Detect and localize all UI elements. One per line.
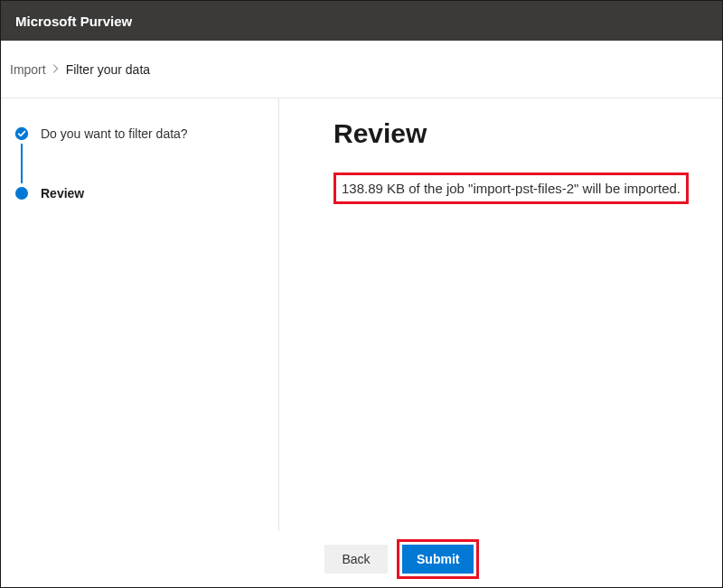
back-button[interactable]: Back — [324, 545, 388, 574]
submit-button[interactable]: Submit — [402, 545, 474, 574]
breadcrumb-parent[interactable]: Import — [10, 62, 46, 77]
main-panel: Review 138.89 KB of the job "import-pst-… — [279, 98, 722, 531]
import-summary-highlight: 138.89 KB of the job "import-pst-files-2… — [333, 173, 689, 204]
step-filter-data[interactable]: Do you want to filter data? — [14, 121, 266, 146]
breadcrumb: Import Filter your data — [1, 41, 722, 98]
check-circle-icon — [14, 126, 30, 142]
step-label: Do you want to filter data? — [41, 126, 188, 141]
svg-point-0 — [15, 127, 28, 140]
step-label: Review — [41, 186, 84, 201]
app-title: Microsoft Purview — [15, 14, 132, 29]
page-title: Review — [333, 118, 720, 149]
footer-actions: Back Submit — [1, 531, 722, 587]
step-connector — [14, 146, 30, 181]
submit-button-highlight: Submit — [397, 539, 479, 579]
import-summary-text: 138.89 KB of the job "import-pst-files-2… — [342, 181, 681, 196]
chevron-right-icon — [52, 64, 61, 75]
breadcrumb-current: Filter your data — [66, 62, 150, 77]
current-step-dot-icon — [14, 185, 30, 201]
body-area: Do you want to filter data? Review Revie… — [1, 98, 722, 531]
stepper-sidebar: Do you want to filter data? Review — [1, 98, 279, 531]
step-review[interactable]: Review — [14, 181, 266, 206]
top-header: Microsoft Purview — [1, 1, 722, 41]
